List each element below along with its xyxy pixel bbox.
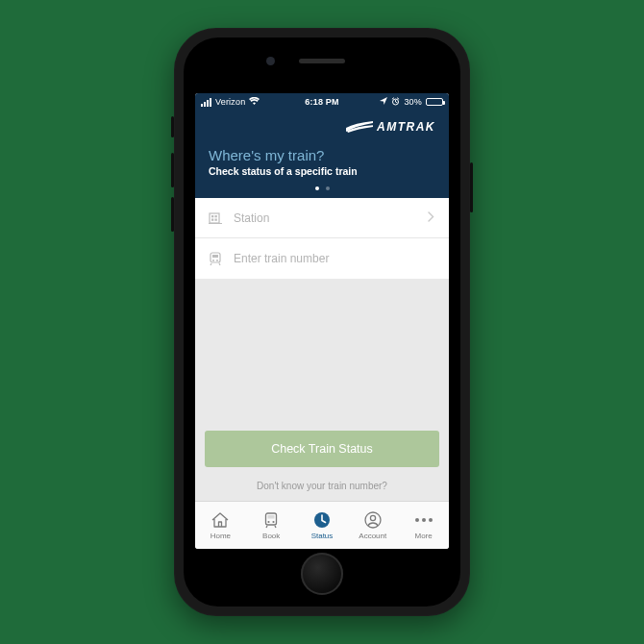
power-button — [470, 162, 473, 212]
svg-point-13 — [273, 521, 275, 523]
form-panel: Station — [195, 198, 449, 279]
station-label: Station — [234, 211, 418, 225]
svg-rect-7 — [212, 255, 218, 258]
brand: AMTRAK — [209, 120, 435, 134]
status-icon — [312, 510, 332, 530]
station-icon — [207, 211, 224, 226]
status-time: 6:18 PM — [305, 97, 338, 107]
svg-rect-10 — [266, 513, 277, 525]
train-icon — [207, 251, 224, 266]
app-header: AMTRAK Where's my train? Check status of… — [195, 111, 449, 198]
location-icon — [380, 97, 387, 107]
alarm-icon — [391, 97, 400, 108]
phone-camera — [266, 57, 275, 65]
page-dot — [326, 186, 330, 190]
content-area — [195, 279, 449, 431]
station-row[interactable]: Station — [195, 198, 449, 238]
chevron-right-icon — [428, 211, 437, 225]
page-dots — [195, 186, 449, 190]
train-number-row[interactable] — [195, 238, 449, 279]
home-icon — [211, 510, 230, 530]
tab-home-label: Home — [211, 532, 231, 540]
check-status-button[interactable]: Check Train Status — [205, 431, 439, 467]
tab-book-label: Book — [262, 532, 280, 540]
hero-title: Where's my train? — [209, 147, 435, 163]
svg-point-8 — [212, 260, 214, 261]
train-number-input[interactable] — [234, 252, 437, 265]
cta-area: Check Train Status — [195, 431, 449, 473]
svg-rect-5 — [215, 218, 217, 220]
svg-point-9 — [216, 260, 218, 261]
svg-rect-2 — [211, 215, 213, 217]
more-icon — [415, 510, 433, 530]
tab-book[interactable]: Book — [246, 502, 297, 549]
book-icon — [262, 510, 280, 530]
status-bar: Verizon 6:18 PM 30% — [195, 93, 449, 111]
wifi-icon — [249, 97, 260, 107]
svg-point-16 — [370, 515, 375, 520]
volume-up-button — [171, 153, 174, 187]
page-dot-active — [315, 186, 319, 190]
svg-rect-3 — [215, 215, 217, 217]
tab-bar: Home Book Status — [195, 501, 449, 549]
svg-rect-11 — [268, 515, 275, 519]
tab-more[interactable]: More — [398, 502, 449, 549]
brand-name: AMTRAK — [377, 120, 435, 134]
amtrak-logo-icon — [346, 121, 373, 133]
tab-more-label: More — [414, 532, 432, 540]
battery-icon — [426, 98, 443, 106]
phone-speaker — [299, 59, 345, 63]
tab-account-label: Account — [359, 532, 386, 540]
carrier-label: Verizon — [215, 97, 245, 107]
battery-pct: 30% — [404, 97, 422, 107]
tab-status-label: Status — [311, 532, 334, 540]
mute-switch — [171, 116, 174, 137]
svg-rect-4 — [211, 218, 213, 220]
svg-point-12 — [268, 521, 270, 523]
hero-subtitle: Check status of a specific train — [209, 165, 435, 177]
account-icon — [363, 510, 383, 530]
tab-status[interactable]: Status — [297, 502, 348, 549]
tab-home[interactable]: Home — [195, 502, 246, 549]
svg-rect-1 — [210, 213, 219, 223]
volume-down-button — [171, 197, 174, 232]
signal-icon — [201, 98, 211, 107]
screen: Verizon 6:18 PM 30% — [195, 93, 449, 549]
tab-account[interactable]: Account — [347, 502, 398, 549]
train-number-hint[interactable]: Don't know your train number? — [195, 473, 449, 501]
home-button[interactable] — [301, 553, 343, 595]
phone-frame: Verizon 6:18 PM 30% — [174, 28, 470, 616]
